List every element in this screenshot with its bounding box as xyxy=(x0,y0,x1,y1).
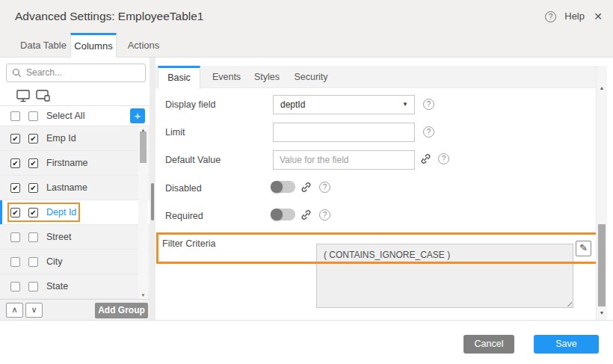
scrollbar-thumb[interactable] xyxy=(140,132,147,163)
checkbox-desktop[interactable]: ✔ xyxy=(10,158,20,168)
sidebar-scrollbar[interactable]: ▲ ▼ xyxy=(138,126,148,299)
list-item-street[interactable]: Street xyxy=(0,225,150,250)
list-item-label: Firstname xyxy=(46,151,88,175)
disabled-toggle[interactable] xyxy=(271,181,295,193)
search-placeholder: Search... xyxy=(26,64,62,81)
list-item-label: State xyxy=(46,274,68,298)
toggle-knob xyxy=(271,209,283,220)
search-input[interactable]: Search... xyxy=(6,64,146,82)
mobile-tablet-icon[interactable] xyxy=(36,90,51,102)
tab-basic[interactable]: Basic xyxy=(158,66,200,89)
panel-divider-thumb[interactable] xyxy=(151,183,154,220)
properties-tab-bar: Basic Events Styles Security xyxy=(155,66,596,88)
sidebar-footer: ∧ ∨ Add Group xyxy=(0,299,150,320)
list-item-emp-id[interactable]: ✔ ✔ Emp Id xyxy=(0,126,150,151)
search-icon xyxy=(12,68,22,78)
checkbox-desktop[interactable]: ✔ xyxy=(10,134,20,144)
bind-link-icon[interactable] xyxy=(300,181,312,194)
tab-data-table[interactable]: Data Table xyxy=(15,33,72,58)
required-help-icon[interactable]: ? xyxy=(319,209,330,220)
panel-scrollbar[interactable]: ▲ ▼ xyxy=(596,66,607,320)
display-field-value: deptId xyxy=(280,99,305,110)
checkbox-mobile[interactable]: ✔ xyxy=(28,134,38,144)
list-item-lastname[interactable]: ✔ ✔ Lastname xyxy=(0,176,150,200)
advanced-settings-dialog: Advanced Settings: EmployeeTable1 ? Help… xyxy=(0,0,613,364)
select-all-row: Select All + xyxy=(0,106,150,126)
list-item-label: Lastname xyxy=(46,176,87,200)
checkbox-desktop[interactable] xyxy=(10,232,20,242)
toggle-knob xyxy=(271,181,283,193)
dialog-header: Advanced Settings: EmployeeTable1 ? Help… xyxy=(0,0,613,33)
list-item-label: Dept Id xyxy=(46,200,76,224)
device-filter-row xyxy=(0,87,150,106)
list-item-city[interactable]: City xyxy=(0,250,150,274)
disabled-label: Disabled xyxy=(165,183,202,194)
default-value-help-icon[interactable]: ? xyxy=(438,153,449,164)
limit-input[interactable] xyxy=(273,123,415,142)
list-item-label: Emp Id xyxy=(46,126,76,150)
checkbox-mobile[interactable]: ✔ xyxy=(28,183,38,193)
move-up-button[interactable]: ∧ xyxy=(6,303,23,318)
bind-link-icon[interactable] xyxy=(300,209,312,221)
tab-security[interactable]: Security xyxy=(288,66,334,88)
tab-actions[interactable]: Actions xyxy=(123,33,164,58)
list-item-label: City xyxy=(46,250,63,274)
checkbox-desktop[interactable]: ✔ xyxy=(10,183,20,193)
select-all-label: Select All xyxy=(46,106,84,126)
help-icon[interactable]: ? xyxy=(545,11,556,22)
add-group-button[interactable]: Add Group xyxy=(95,303,148,318)
limit-help-icon[interactable]: ? xyxy=(423,126,434,138)
checkbox-mobile[interactable] xyxy=(28,232,38,242)
dialog-title: Advanced Settings: EmployeeTable1 xyxy=(15,0,203,33)
checkbox-desktop-select-all[interactable] xyxy=(10,111,20,121)
chevron-down-icon: ▼ xyxy=(402,96,408,114)
list-item-state[interactable]: State xyxy=(0,274,150,299)
add-column-button[interactable]: + xyxy=(130,108,145,123)
scroll-down-icon[interactable]: ▼ xyxy=(138,293,148,297)
scroll-down-icon[interactable]: ▼ xyxy=(597,310,607,315)
checkbox-desktop[interactable] xyxy=(10,257,20,267)
desktop-icon[interactable] xyxy=(16,90,31,102)
selected-indicator-bar xyxy=(0,200,2,224)
close-icon[interactable]: ✕ xyxy=(594,0,603,33)
default-value-label: Default Value xyxy=(165,155,221,165)
list-item-dept-id[interactable]: ✔ ✔ Dept Id xyxy=(0,200,150,225)
display-field-select[interactable]: deptId ▼ xyxy=(273,95,415,114)
help-link[interactable]: Help xyxy=(564,0,585,33)
disabled-help-icon[interactable]: ? xyxy=(319,182,330,193)
main-tab-bar: Data Table Columns Actions xyxy=(0,33,613,58)
default-value-input[interactable] xyxy=(273,150,415,170)
display-field-label: Display field xyxy=(165,99,215,110)
move-down-button[interactable]: ∨ xyxy=(25,303,43,318)
display-field-help-icon[interactable]: ? xyxy=(423,99,434,110)
limit-label: Limit xyxy=(165,127,185,138)
save-button[interactable]: Save xyxy=(534,335,599,354)
required-toggle[interactable] xyxy=(271,209,295,220)
tab-columns[interactable]: Columns xyxy=(70,33,117,58)
edit-filter-icon[interactable]: ✎ xyxy=(576,241,591,256)
list-item-firstname[interactable]: ✔ ✔ Firstname xyxy=(0,151,150,176)
scrollbar-thumb[interactable] xyxy=(598,224,606,306)
checkbox-mobile[interactable]: ✔ xyxy=(28,208,38,218)
bind-link-icon[interactable] xyxy=(419,152,432,165)
checkbox-mobile[interactable] xyxy=(28,282,38,291)
checkbox-desktop[interactable] xyxy=(10,282,20,291)
list-item-label: Street xyxy=(46,225,71,249)
filter-criteria-label: Filter Criteria xyxy=(162,238,216,249)
tab-events[interactable]: Events xyxy=(206,66,247,88)
dialog-footer: Cancel Save xyxy=(0,320,613,364)
checkbox-desktop[interactable]: ✔ xyxy=(10,208,20,218)
scroll-up-icon[interactable]: ▲ xyxy=(597,85,607,90)
checkbox-mobile-select-all[interactable] xyxy=(28,111,38,121)
tab-styles[interactable]: Styles xyxy=(247,66,286,88)
cancel-button[interactable]: Cancel xyxy=(463,335,514,354)
checkbox-mobile[interactable]: ✔ xyxy=(28,158,38,168)
filter-criteria-textarea[interactable]: ( CONTAINS_IGNORE_CASE ) xyxy=(316,244,573,308)
required-label: Required xyxy=(165,211,203,221)
checkbox-mobile[interactable] xyxy=(28,257,38,267)
